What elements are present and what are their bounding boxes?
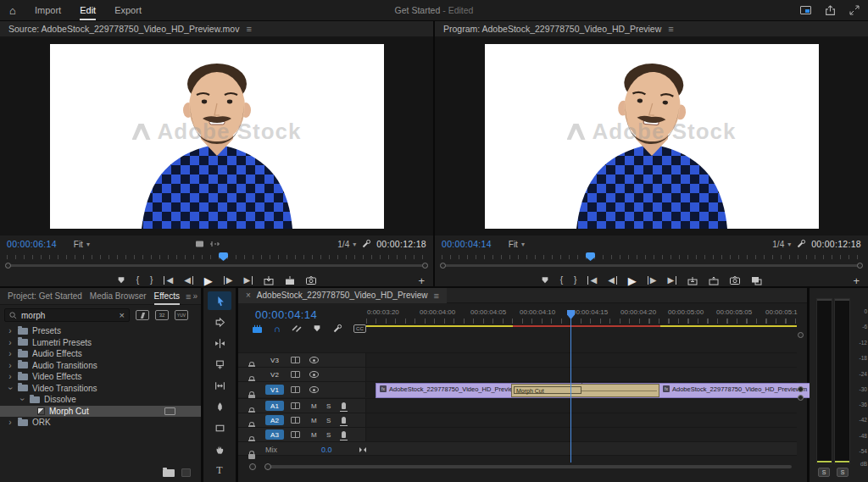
solo-button[interactable]: S <box>326 402 331 410</box>
tree-item-dissolve[interactable]: › Dissolve <box>0 394 201 406</box>
menu-import[interactable]: Import <box>35 5 61 15</box>
track-v3-header[interactable]: V3 <box>238 353 366 367</box>
voiceover-mic-icon[interactable] <box>342 402 346 409</box>
track-badge-a3[interactable]: A3 <box>265 429 284 440</box>
solo-left-button[interactable]: S <box>818 468 830 477</box>
toggle-track-output-eye-icon[interactable] <box>309 357 319 363</box>
linked-selection-icon[interactable] <box>292 324 302 334</box>
track-a3-header[interactable]: A3 M S <box>238 428 366 441</box>
morph-cut-transition[interactable]: Morph Cut <box>511 384 659 397</box>
slip-tool[interactable] <box>208 376 231 395</box>
go-to-out-icon[interactable]: ▶ <box>668 276 677 285</box>
drag-audio-only-icon[interactable] <box>209 240 220 248</box>
lift-icon[interactable] <box>687 276 698 285</box>
add-marker-icon[interactable] <box>117 276 125 285</box>
step-forward-icon[interactable]: ▶ <box>224 276 233 285</box>
scroll-knob-right[interactable] <box>264 463 271 470</box>
source-zoom-select[interactable]: Fit ▾ <box>74 240 90 249</box>
clear-search-icon[interactable]: × <box>120 310 125 320</box>
mix-value[interactable]: 0.0 <box>321 446 332 454</box>
panel-menu-icon[interactable]: ≡ <box>668 24 673 34</box>
panel-menu-icon[interactable]: ≡ <box>246 24 251 34</box>
zoom-bar-left-knob[interactable] <box>5 263 11 269</box>
tree-item-presets[interactable]: › Presets <box>0 325 201 337</box>
comparison-view-icon[interactable] <box>751 276 762 285</box>
timeline-ruler[interactable] <box>366 319 797 324</box>
export-frame-icon[interactable] <box>730 276 740 285</box>
source-zoom-bar[interactable] <box>5 263 428 269</box>
timeline-settings-wrench-icon[interactable] <box>332 324 342 334</box>
track-badge-v2[interactable]: V2 <box>265 369 284 380</box>
tree-item-morph-cut[interactable]: Morph Cut <box>0 406 201 418</box>
mark-out-icon[interactable]: } <box>150 276 153 285</box>
sync-lock-icon[interactable] <box>291 386 300 393</box>
mute-button[interactable]: M <box>311 417 317 424</box>
vertical-scroll-knob[interactable] <box>798 395 804 401</box>
expand-arrow-icon[interactable]: › <box>7 349 14 358</box>
sync-lock-icon[interactable] <box>291 417 300 424</box>
nest-sequence-icon[interactable] <box>252 324 263 334</box>
collapse-arrow-icon[interactable]: › <box>18 396 27 403</box>
vertical-scroll-knob[interactable] <box>798 332 804 338</box>
program-zoom-bar[interactable] <box>440 263 863 269</box>
track-a2-header[interactable]: A2 M S <box>238 413 366 427</box>
track-v1-header[interactable]: V1 <box>238 382 366 397</box>
captions-icon[interactable]: CC <box>353 324 366 333</box>
mark-out-icon[interactable]: } <box>574 276 576 285</box>
insert-icon[interactable] <box>264 276 274 285</box>
sync-lock-icon[interactable] <box>291 371 300 378</box>
voiceover-mic-icon[interactable] <box>342 431 346 438</box>
step-back-icon[interactable]: ◀ <box>184 276 193 285</box>
expand-arrow-icon[interactable]: › <box>7 418 14 427</box>
track-badge-a1[interactable]: A1 <box>265 401 284 411</box>
sync-lock-icon[interactable] <box>291 402 300 409</box>
pen-tool[interactable] <box>208 397 231 416</box>
button-editor-plus-icon[interactable]: + <box>853 274 860 287</box>
tab-media-browser[interactable]: Media Browser <box>90 291 147 301</box>
track-badge-a2[interactable]: A2 <box>265 415 284 425</box>
add-marker-icon[interactable] <box>541 276 549 285</box>
expand-arrow-icon[interactable]: › <box>7 372 14 381</box>
panel-menu-icon[interactable]: ≡ <box>433 291 438 301</box>
tab-overflow-icon[interactable]: » <box>192 291 198 301</box>
tree-item-video-effects[interactable]: › Video Effects <box>0 371 201 383</box>
step-back-icon[interactable]: ◀ <box>608 276 617 285</box>
mix-track-header[interactable]: Mix 0.0 <box>238 442 797 455</box>
go-to-out-icon[interactable]: ▶ <box>244 276 253 285</box>
home-icon[interactable]: ⌂ <box>0 4 25 17</box>
sync-lock-icon[interactable] <box>291 357 300 363</box>
new-bin-icon[interactable] <box>163 469 175 477</box>
expand-arrow-icon[interactable]: › <box>7 326 14 335</box>
tab-project[interactable]: Project: Get Started <box>8 291 82 301</box>
solo-right-button[interactable]: S <box>837 468 849 477</box>
close-tab-icon[interactable]: × <box>246 291 251 300</box>
tree-item-ork[interactable]: › ORK <box>0 417 201 429</box>
selection-tool[interactable] <box>208 291 231 310</box>
delete-icon[interactable] <box>181 468 191 477</box>
menu-export[interactable]: Export <box>114 5 142 15</box>
tree-item-audio-transitions[interactable]: › Audio Transitions <box>0 360 201 372</box>
collapse-arrow-icon[interactable]: › <box>6 385 15 391</box>
program-playhead[interactable] <box>586 252 595 261</box>
source-playhead[interactable] <box>219 252 228 261</box>
settings-wrench-icon[interactable] <box>796 239 806 249</box>
effects-search-box[interactable]: × <box>4 308 130 322</box>
timeline-horizontal-scrollbar[interactable] <box>249 463 792 470</box>
workspace-icon[interactable] <box>800 6 811 14</box>
scroll-knob-left[interactable] <box>249 463 256 470</box>
button-editor-plus-icon[interactable]: + <box>418 274 425 287</box>
mark-in-icon[interactable]: { <box>136 276 139 285</box>
track-badge-v3[interactable]: V3 <box>265 355 284 365</box>
settings-wrench-icon[interactable] <box>361 239 371 249</box>
timeline-timecode[interactable]: 00:00:04:14 <box>255 308 317 321</box>
track-select-forward-tool[interactable] <box>208 313 231 331</box>
sequence-tab[interactable]: × AdobeStock_229778750_Video_HD_Preview … <box>238 288 447 303</box>
toggle-track-output-eye-icon[interactable] <box>309 371 319 378</box>
fullscreen-icon[interactable] <box>849 5 860 15</box>
zoom-bar-track[interactable] <box>445 264 858 267</box>
panel-menu-icon[interactable]: ≡ <box>186 291 191 302</box>
play-button[interactable]: ▶ <box>628 275 637 286</box>
zoom-bar-left-knob[interactable] <box>440 263 446 269</box>
timeline-playhead-line[interactable] <box>570 319 571 463</box>
toggle-track-output-eye-icon[interactable] <box>309 386 319 393</box>
